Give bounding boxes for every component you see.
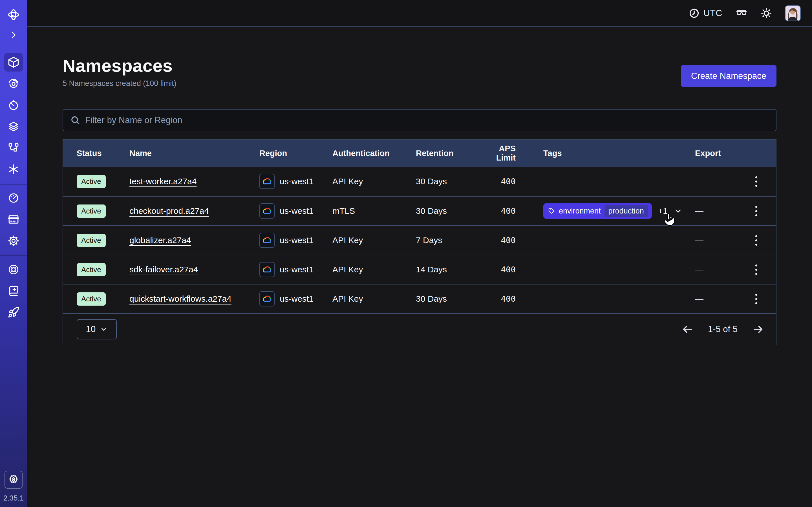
row-menu-button[interactable]	[751, 203, 761, 219]
arrow-left-icon	[681, 323, 693, 335]
tag-pill[interactable]: environment production	[543, 203, 652, 219]
page-title: Namespaces	[63, 55, 176, 76]
page-size-select[interactable]: 10	[77, 319, 117, 339]
sun-icon	[761, 8, 772, 19]
gcp-region-icon	[259, 262, 274, 277]
table-row: Active checkout-prod.a27a4 us-west1 mTLS…	[63, 196, 776, 225]
sidebar-item-branch[interactable]	[4, 140, 23, 155]
labs-toggle-button[interactable]	[735, 9, 748, 18]
user-avatar[interactable]	[785, 5, 801, 21]
next-page-button[interactable]	[752, 323, 764, 335]
row-menu-button[interactable]	[751, 262, 761, 278]
arrow-right-icon	[752, 323, 764, 335]
tag-icon	[548, 207, 555, 215]
sidebar-item-namespaces[interactable]	[4, 53, 23, 71]
row-menu-button[interactable]	[751, 291, 761, 307]
topbar: UTC	[27, 0, 812, 27]
col-authentication: Authentication	[333, 149, 416, 158]
col-region: Region	[259, 149, 333, 158]
retention-value: 30 Days	[416, 177, 480, 186]
tags-cell: environment production +1	[516, 203, 695, 219]
branch-icon	[8, 142, 19, 154]
auth-value: API Key	[333, 294, 416, 304]
theme-toggle-button[interactable]	[761, 8, 772, 19]
gauge-icon	[8, 192, 19, 204]
timezone-label: UTC	[703, 8, 722, 18]
sidebar-expand-icon[interactable]	[4, 27, 23, 42]
life-ring-icon	[8, 264, 19, 276]
table-header: Status Name Region Authentication Retent…	[63, 140, 776, 167]
namespace-link[interactable]: globalizer.a27a4	[130, 235, 191, 245]
sidebar-item-settings[interactable]	[4, 233, 23, 248]
namespace-link[interactable]: quickstart-workflows.a27a4	[130, 294, 232, 303]
tags-more-count: +1	[658, 206, 668, 216]
chevron-down-icon	[100, 326, 107, 333]
timezone-button[interactable]: UTC	[689, 8, 722, 18]
export-value: —	[695, 265, 751, 274]
retention-value: 14 Days	[416, 265, 480, 274]
status-badge: Active	[77, 292, 106, 305]
region-label: us-west1	[280, 265, 313, 274]
status-badge: Active	[77, 175, 106, 188]
gcp-region-icon	[259, 203, 274, 219]
col-name: Name	[130, 149, 259, 158]
sidebar-item-support[interactable]	[4, 262, 23, 277]
iris-icon	[8, 78, 19, 90]
aps-limit-value: 400	[480, 177, 516, 186]
sidebar-item-iris[interactable]	[4, 76, 23, 91]
gear-icon	[8, 235, 19, 247]
credits-button[interactable]	[4, 471, 22, 489]
create-namespace-button[interactable]: Create Namespace	[681, 65, 776, 87]
col-tags: Tags	[516, 149, 695, 158]
tags-expand-icon[interactable]	[674, 207, 682, 215]
sidebar-item-layers[interactable]	[4, 119, 23, 134]
row-menu-button[interactable]	[751, 173, 761, 189]
namespaces-table: Status Name Region Authentication Retent…	[63, 139, 776, 345]
page-size-value: 10	[86, 324, 96, 334]
main-content: Namespaces 5 Namespaces created (100 lim…	[27, 27, 812, 507]
sidebar-item-billing[interactable]	[4, 212, 23, 227]
prev-page-button[interactable]	[681, 323, 693, 335]
status-badge: Active	[77, 205, 106, 218]
gcp-region-icon	[259, 291, 274, 306]
aps-limit-value: 400	[480, 206, 516, 216]
namespace-link[interactable]: test-worker.a27a4	[130, 177, 197, 186]
sidebar-item-docs[interactable]	[4, 284, 23, 298]
asterisk-icon	[8, 163, 19, 175]
table-row: Active globalizer.a27a4 us-west1 API Key…	[63, 225, 776, 255]
col-status: Status	[77, 149, 130, 158]
namespace-link[interactable]: checkout-prod.a27a4	[130, 206, 209, 216]
app-version: 2.35.1	[3, 494, 24, 507]
filter-bar	[63, 109, 776, 131]
tag-value: production	[605, 205, 648, 217]
filter-input[interactable]	[85, 115, 769, 125]
rocket-icon	[8, 306, 19, 318]
region-label: us-west1	[280, 294, 313, 304]
export-value: —	[695, 294, 751, 304]
auth-value: mTLS	[333, 206, 416, 216]
namespace-link[interactable]: sdk-failover.a27a4	[130, 265, 198, 274]
row-menu-button[interactable]	[751, 232, 761, 248]
temporal-logo-icon[interactable]	[4, 7, 23, 22]
badge-dollar-icon	[8, 474, 19, 485]
clock-icon	[689, 8, 700, 18]
tag-key: environment	[559, 207, 601, 216]
gcp-region-icon	[259, 233, 274, 248]
gcp-region-icon	[259, 174, 274, 189]
sidebar-item-timer[interactable]	[4, 98, 23, 112]
table-row: Active quickstart-workflows.a27a4 us-wes…	[63, 284, 776, 313]
pagination-bar: 10 1-5 of 5	[63, 313, 776, 345]
status-badge: Active	[77, 263, 106, 276]
cube-icon	[7, 56, 20, 68]
sidebar-item-nexus[interactable]	[4, 162, 23, 177]
page-subtitle: 5 Namespaces created (100 limit)	[63, 79, 176, 88]
sidebar-item-usage[interactable]	[4, 191, 23, 205]
auth-value: API Key	[333, 265, 416, 274]
credit-card-icon	[8, 214, 19, 225]
auth-value: API Key	[333, 177, 416, 186]
aps-limit-value: 400	[480, 294, 516, 304]
sidebar-item-get-started[interactable]	[4, 305, 23, 320]
layers-icon	[8, 121, 19, 132]
sidebar-divider	[0, 256, 27, 256]
table-row: Active test-worker.a27a4 us-west1 API Ke…	[63, 167, 776, 196]
